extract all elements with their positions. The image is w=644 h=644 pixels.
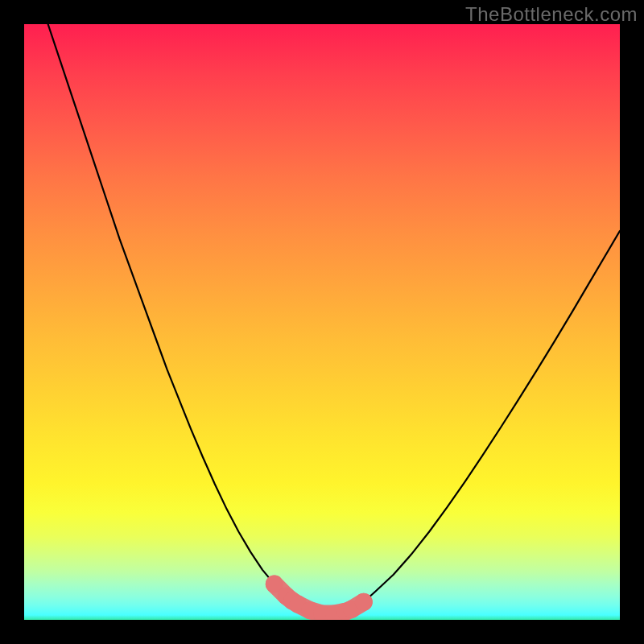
curve-layer (24, 24, 620, 620)
highlight-dot (355, 593, 373, 611)
chart-frame: TheBottleneck.com (0, 0, 644, 644)
bottleneck-curve (48, 24, 620, 614)
plot-area (24, 24, 620, 620)
attribution-label: TheBottleneck.com (465, 3, 638, 26)
